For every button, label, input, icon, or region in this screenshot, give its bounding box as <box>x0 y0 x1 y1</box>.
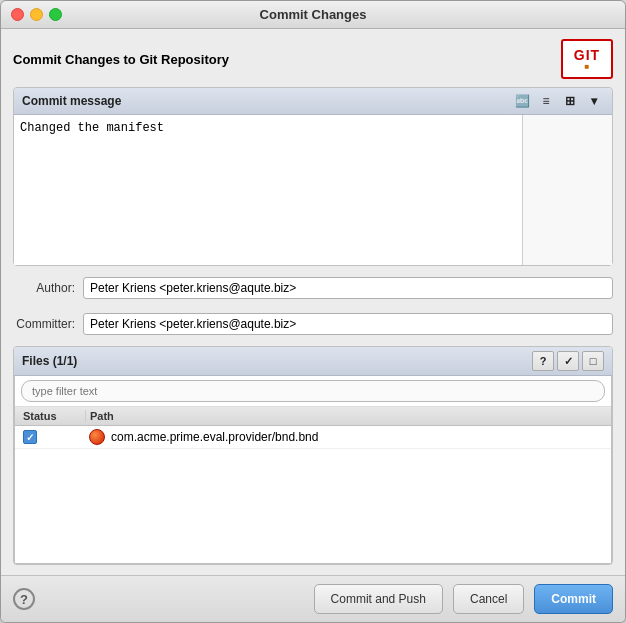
col-header-path: Path <box>85 410 611 422</box>
window-title: Commit Changes <box>260 7 367 22</box>
commit-message-input[interactable]: Changed the manifest <box>14 115 522 265</box>
commit-message-sidebar <box>522 115 612 265</box>
files-header: Files (1/1) ? ✓ □ <box>14 347 612 376</box>
window: Commit Changes Commit Changes to Git Rep… <box>0 0 626 623</box>
minimize-button[interactable] <box>30 8 43 21</box>
titlebar: Commit Changes <box>1 1 625 29</box>
files-help-button[interactable]: ? <box>532 351 554 371</box>
table-header: Status Path <box>15 407 611 426</box>
author-label: Author: <box>13 281 83 295</box>
git-logo-icon: ■ <box>585 62 590 71</box>
cell-status <box>15 430 85 444</box>
git-logo: GIT ■ <box>561 39 613 79</box>
files-panel: Files (1/1) ? ✓ □ Status Path <box>13 346 613 565</box>
header-row: Commit Changes to Git Repository GIT ■ <box>13 39 613 79</box>
icon-btn-1[interactable]: 🔤 <box>512 92 532 110</box>
page-title: Commit Changes to Git Repository <box>13 52 229 67</box>
files-uncheck-button[interactable]: □ <box>582 351 604 371</box>
committer-label: Committer: <box>13 317 83 331</box>
cancel-button[interactable]: Cancel <box>453 584 524 614</box>
committer-row: Committer: <box>13 310 613 338</box>
icon-btn-3[interactable]: ⊞ <box>560 92 580 110</box>
cell-path: com.acme.prime.eval.provider/bnd.bnd <box>85 429 611 445</box>
filter-input[interactable] <box>21 380 605 402</box>
row-checkbox[interactable] <box>23 430 37 444</box>
file-icon <box>89 429 105 445</box>
files-body: Status Path com.acme.prime.eval.provider… <box>14 376 612 564</box>
files-check-button[interactable]: ✓ <box>557 351 579 371</box>
file-path: com.acme.prime.eval.provider/bnd.bnd <box>111 430 318 444</box>
titlebar-buttons <box>11 8 62 21</box>
commit-message-body: Changed the manifest <box>14 115 612 265</box>
table-row[interactable]: com.acme.prime.eval.provider/bnd.bnd <box>15 426 611 449</box>
files-toolbar: ? ✓ □ <box>532 351 604 371</box>
col-header-status: Status <box>15 410 85 422</box>
author-row: Author: <box>13 274 613 302</box>
dropdown-icon[interactable]: ▾ <box>584 92 604 110</box>
commit-message-toolbar: 🔤 ≡ ⊞ ▾ <box>512 92 604 110</box>
commit-message-header: Commit message 🔤 ≡ ⊞ ▾ <box>14 88 612 115</box>
maximize-button[interactable] <box>49 8 62 21</box>
icon-btn-2[interactable]: ≡ <box>536 92 556 110</box>
commit-and-push-button[interactable]: Commit and Push <box>314 584 443 614</box>
help-button[interactable]: ? <box>13 588 35 610</box>
filter-bar <box>15 376 611 407</box>
content-area: Commit Changes to Git Repository GIT ■ C… <box>1 29 625 575</box>
author-input[interactable] <box>83 277 613 299</box>
commit-button[interactable]: Commit <box>534 584 613 614</box>
committer-input[interactable] <box>83 313 613 335</box>
files-label: Files (1/1) <box>22 354 77 368</box>
bottom-bar: ? Commit and Push Cancel Commit <box>1 575 625 622</box>
close-button[interactable] <box>11 8 24 21</box>
table-body: com.acme.prime.eval.provider/bnd.bnd <box>15 426 611 563</box>
git-logo-text: GIT <box>574 48 600 62</box>
action-buttons: Commit and Push Cancel Commit <box>314 584 613 614</box>
commit-message-label: Commit message <box>22 94 121 108</box>
commit-message-panel: Commit message 🔤 ≡ ⊞ ▾ Changed the manif… <box>13 87 613 266</box>
